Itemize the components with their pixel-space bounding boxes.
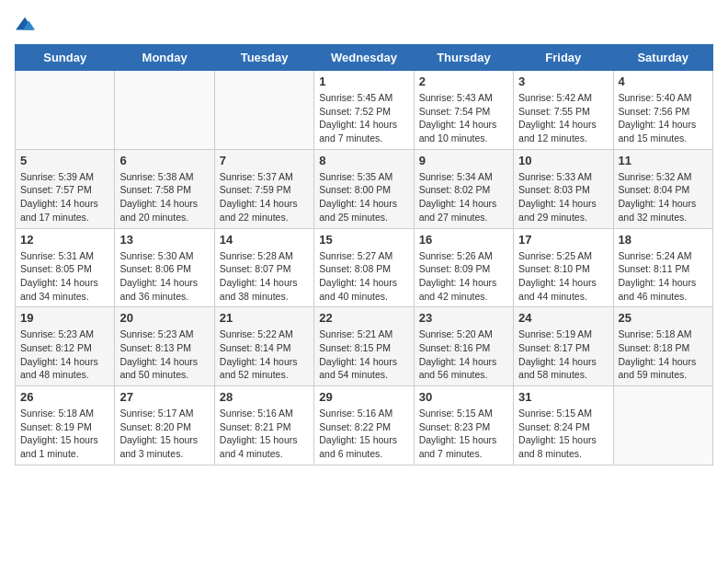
cell-info: Sunrise: 5:27 AM Sunset: 8:08 PM Dayligh…: [319, 249, 408, 304]
day-header-saturday: Saturday: [613, 45, 712, 71]
day-header-thursday: Thursday: [414, 45, 513, 71]
calendar-cell: 9Sunrise: 5:34 AM Sunset: 8:02 PM Daylig…: [414, 149, 513, 228]
calendar-cell: 2Sunrise: 5:43 AM Sunset: 7:54 PM Daylig…: [414, 71, 513, 150]
calendar-table: SundayMondayTuesdayWednesdayThursdayFrid…: [15, 44, 713, 465]
cell-info: Sunrise: 5:42 AM Sunset: 7:55 PM Dayligh…: [518, 91, 608, 145]
cell-day-number: 15: [319, 233, 408, 247]
cell-day-number: 9: [419, 154, 508, 167]
cell-info: Sunrise: 5:39 AM Sunset: 7:57 PM Dayligh…: [20, 170, 109, 224]
day-header-tuesday: Tuesday: [214, 45, 313, 71]
calendar-cell: 13Sunrise: 5:30 AM Sunset: 8:06 PM Dayli…: [115, 228, 214, 307]
calendar-cell: 10Sunrise: 5:33 AM Sunset: 8:03 PM Dayli…: [514, 149, 613, 228]
cell-info: Sunrise: 5:23 AM Sunset: 8:12 PM Dayligh…: [20, 327, 109, 382]
calendar-cell: 3Sunrise: 5:42 AM Sunset: 7:55 PM Daylig…: [514, 71, 613, 150]
cell-info: Sunrise: 5:15 AM Sunset: 8:24 PM Dayligh…: [518, 407, 608, 461]
cell-day-number: 23: [419, 311, 508, 325]
calendar-cell: 12Sunrise: 5:31 AM Sunset: 8:05 PM Dayli…: [16, 228, 115, 307]
cell-info: Sunrise: 5:24 AM Sunset: 8:11 PM Dayligh…: [619, 249, 708, 304]
cell-info: Sunrise: 5:23 AM Sunset: 8:13 PM Dayligh…: [119, 327, 209, 382]
calendar-cell: 4Sunrise: 5:40 AM Sunset: 7:56 PM Daylig…: [613, 71, 712, 150]
cell-info: Sunrise: 5:16 AM Sunset: 8:22 PM Dayligh…: [319, 407, 408, 461]
calendar-cell: 5Sunrise: 5:39 AM Sunset: 7:57 PM Daylig…: [16, 149, 115, 228]
cell-info: Sunrise: 5:26 AM Sunset: 8:09 PM Dayligh…: [419, 249, 508, 304]
calendar-cell: 23Sunrise: 5:20 AM Sunset: 8:16 PM Dayli…: [414, 307, 513, 386]
cell-day-number: 10: [518, 154, 608, 167]
cell-day-number: 17: [518, 233, 608, 247]
calendar-cell: 8Sunrise: 5:35 AM Sunset: 8:00 PM Daylig…: [314, 149, 414, 228]
calendar-week-5: 26Sunrise: 5:18 AM Sunset: 8:19 PM Dayli…: [16, 386, 713, 465]
cell-info: Sunrise: 5:21 AM Sunset: 8:15 PM Dayligh…: [319, 327, 408, 382]
cell-day-number: 31: [518, 390, 608, 404]
cell-info: Sunrise: 5:37 AM Sunset: 7:59 PM Dayligh…: [220, 170, 309, 224]
cell-day-number: 27: [119, 390, 209, 404]
calendar-cell: 15Sunrise: 5:27 AM Sunset: 8:08 PM Dayli…: [314, 228, 414, 307]
cell-day-number: 26: [20, 390, 109, 404]
calendar-cell: 26Sunrise: 5:18 AM Sunset: 8:19 PM Dayli…: [16, 386, 115, 465]
calendar-cell: 31Sunrise: 5:15 AM Sunset: 8:24 PM Dayli…: [514, 386, 613, 465]
cell-day-number: 3: [518, 75, 608, 88]
cell-day-number: 21: [220, 311, 309, 325]
calendar-cell: 29Sunrise: 5:16 AM Sunset: 8:22 PM Dayli…: [314, 386, 414, 465]
cell-day-number: 20: [119, 311, 209, 325]
cell-info: Sunrise: 5:43 AM Sunset: 7:54 PM Dayligh…: [419, 91, 508, 145]
calendar-cell: 25Sunrise: 5:18 AM Sunset: 8:18 PM Dayli…: [613, 307, 712, 386]
cell-info: Sunrise: 5:25 AM Sunset: 8:10 PM Dayligh…: [518, 249, 608, 304]
cell-info: Sunrise: 5:40 AM Sunset: 7:56 PM Dayligh…: [619, 91, 708, 145]
cell-day-number: 28: [220, 390, 309, 404]
header: [15, 15, 713, 35]
calendar-week-1: 1Sunrise: 5:45 AM Sunset: 7:52 PM Daylig…: [16, 71, 713, 150]
day-header-friday: Friday: [514, 45, 613, 71]
cell-info: Sunrise: 5:17 AM Sunset: 8:20 PM Dayligh…: [119, 407, 209, 461]
calendar-cell: 16Sunrise: 5:26 AM Sunset: 8:09 PM Dayli…: [414, 228, 513, 307]
logo-icon: [15, 15, 35, 35]
cell-info: Sunrise: 5:15 AM Sunset: 8:23 PM Dayligh…: [419, 407, 508, 461]
cell-info: Sunrise: 5:18 AM Sunset: 8:19 PM Dayligh…: [20, 407, 109, 461]
calendar-cell: 14Sunrise: 5:28 AM Sunset: 8:07 PM Dayli…: [214, 228, 313, 307]
cell-day-number: 18: [619, 233, 708, 247]
cell-info: Sunrise: 5:28 AM Sunset: 8:07 PM Dayligh…: [220, 249, 309, 304]
logo: [15, 15, 39, 35]
calendar-cell: 1Sunrise: 5:45 AM Sunset: 7:52 PM Daylig…: [314, 71, 414, 150]
calendar-cell: 19Sunrise: 5:23 AM Sunset: 8:12 PM Dayli…: [16, 307, 115, 386]
cell-day-number: 14: [220, 233, 309, 247]
calendar-cell: 17Sunrise: 5:25 AM Sunset: 8:10 PM Dayli…: [514, 228, 613, 307]
cell-day-number: 29: [319, 390, 408, 404]
cell-info: Sunrise: 5:30 AM Sunset: 8:06 PM Dayligh…: [119, 249, 209, 304]
calendar-cell: 18Sunrise: 5:24 AM Sunset: 8:11 PM Dayli…: [613, 228, 712, 307]
calendar-cell: 28Sunrise: 5:16 AM Sunset: 8:21 PM Dayli…: [214, 386, 313, 465]
calendar-cell: 6Sunrise: 5:38 AM Sunset: 7:58 PM Daylig…: [115, 149, 214, 228]
calendar-cell: 27Sunrise: 5:17 AM Sunset: 8:20 PM Dayli…: [115, 386, 214, 465]
cell-info: Sunrise: 5:20 AM Sunset: 8:16 PM Dayligh…: [419, 327, 508, 382]
cell-day-number: 2: [419, 75, 508, 88]
cell-day-number: 6: [119, 154, 209, 167]
cell-info: Sunrise: 5:35 AM Sunset: 8:00 PM Dayligh…: [319, 170, 408, 224]
calendar-cell: 22Sunrise: 5:21 AM Sunset: 8:15 PM Dayli…: [314, 307, 414, 386]
cell-day-number: 12: [20, 233, 109, 247]
cell-info: Sunrise: 5:18 AM Sunset: 8:18 PM Dayligh…: [619, 327, 708, 382]
cell-day-number: 5: [20, 154, 109, 167]
cell-day-number: 7: [220, 154, 309, 167]
cell-info: Sunrise: 5:38 AM Sunset: 7:58 PM Dayligh…: [119, 170, 209, 224]
cell-day-number: 24: [518, 311, 608, 325]
calendar-week-4: 19Sunrise: 5:23 AM Sunset: 8:12 PM Dayli…: [16, 307, 713, 386]
cell-info: Sunrise: 5:34 AM Sunset: 8:02 PM Dayligh…: [419, 170, 508, 224]
day-header-sunday: Sunday: [16, 45, 115, 71]
cell-info: Sunrise: 5:31 AM Sunset: 8:05 PM Dayligh…: [20, 249, 109, 304]
cell-day-number: 22: [319, 311, 408, 325]
calendar-cell: [613, 386, 712, 465]
cell-info: Sunrise: 5:22 AM Sunset: 8:14 PM Dayligh…: [220, 327, 309, 382]
cell-day-number: 11: [619, 154, 708, 167]
cell-info: Sunrise: 5:33 AM Sunset: 8:03 PM Dayligh…: [518, 170, 608, 224]
calendar-week-3: 12Sunrise: 5:31 AM Sunset: 8:05 PM Dayli…: [16, 228, 713, 307]
cell-day-number: 16: [419, 233, 508, 247]
calendar-cell: 20Sunrise: 5:23 AM Sunset: 8:13 PM Dayli…: [115, 307, 214, 386]
day-header-wednesday: Wednesday: [314, 45, 414, 71]
cell-day-number: 8: [319, 154, 408, 167]
calendar-cell: 21Sunrise: 5:22 AM Sunset: 8:14 PM Dayli…: [214, 307, 313, 386]
cell-day-number: 4: [619, 75, 708, 88]
calendar-cell: [214, 71, 313, 150]
cell-day-number: 30: [419, 390, 508, 404]
day-header-monday: Monday: [115, 45, 214, 71]
calendar-week-2: 5Sunrise: 5:39 AM Sunset: 7:57 PM Daylig…: [16, 149, 713, 228]
calendar-cell: 30Sunrise: 5:15 AM Sunset: 8:23 PM Dayli…: [414, 386, 513, 465]
